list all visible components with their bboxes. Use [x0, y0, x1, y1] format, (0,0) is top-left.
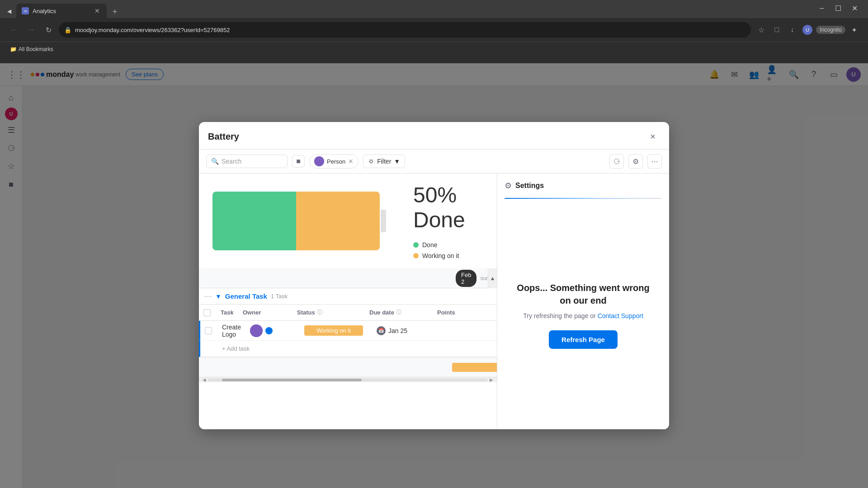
owner-cell — [246, 324, 301, 337]
task-column-label: Task — [221, 309, 234, 316]
profile-button[interactable]: U — [801, 23, 814, 37]
error-title: Oops... Something went wrong on our end — [514, 282, 653, 307]
due-date-text: Jan 25 — [388, 327, 407, 334]
legend-working-dot — [413, 253, 419, 258]
grid-view-button[interactable]: ⚆ — [609, 154, 624, 169]
settings-button[interactable]: ⚙ — [628, 154, 643, 169]
search-icon: 🔍 — [211, 158, 219, 165]
person-chip-remove[interactable]: ✕ — [348, 158, 354, 165]
gantt-area-top: Feb 2 sum — [407, 270, 488, 287]
star-button[interactable]: ☆ — [755, 23, 768, 37]
bookmarks-folder[interactable]: 📁 All Bookmarks — [7, 45, 56, 53]
owner-avatar — [250, 324, 263, 337]
layout-toggle-button[interactable]: ■ — [292, 155, 305, 168]
status-cell[interactable]: Working on it — [301, 325, 373, 336]
select-all-checkbox[interactable] — [199, 309, 215, 316]
horizontal-scrollbar[interactable]: ◀ ▶ — [199, 377, 497, 382]
bookmarks-label: All Bookmarks — [19, 46, 53, 52]
lock-icon: 🔒 — [64, 27, 71, 33]
contact-support-link[interactable]: Contact Support — [598, 312, 643, 319]
points-column-header: Points — [434, 309, 488, 316]
screen-cast-button[interactable]: □ — [770, 23, 783, 37]
search-box[interactable]: 🔍 — [206, 155, 288, 168]
minimize-button[interactable]: – — [816, 2, 828, 14]
person-avatar — [314, 156, 324, 166]
tab-favicon: m — [22, 7, 29, 14]
gantt-sum-label-top: sum — [480, 275, 488, 282]
gantt-orange-bar — [452, 363, 497, 372]
maximize-button[interactable]: ☐ — [832, 2, 844, 14]
dialog-header: Battery × — [199, 122, 669, 150]
table-column-headers: Task Owner Status ⓘ Due da — [199, 305, 497, 321]
add-task-label[interactable]: + Add task — [222, 345, 250, 352]
status-column-label: Status — [297, 309, 315, 316]
legend-working-item: Working on it — [413, 252, 483, 259]
error-area: Oops... Something went wrong on our end … — [505, 208, 662, 422]
legend-done-label: Done — [422, 241, 437, 249]
group-chevron-icon[interactable]: ▼ — [215, 293, 222, 300]
owner-notification-badge — [265, 327, 273, 334]
scrollbar-track[interactable] — [208, 379, 488, 381]
tab-title: Analytics — [33, 8, 90, 14]
row-checkbox[interactable] — [200, 327, 217, 334]
status-column-header: Status ⓘ — [293, 309, 366, 316]
task-column-header: Task — [215, 309, 239, 316]
extensions-button[interactable]: ✦ — [847, 23, 861, 37]
percent-done-label: 50% Done — [413, 183, 483, 232]
back-button[interactable]: ← — [7, 23, 21, 37]
tab-scroll-left[interactable]: ◀ — [4, 5, 14, 18]
address-bar[interactable]: 🔒 moodjoy.monday.com/overviews/263362?us… — [59, 22, 751, 38]
browser-tab[interactable]: m Analytics ✕ — [16, 4, 107, 18]
battery-working-segment — [296, 192, 380, 250]
dialog-close-button[interactable]: × — [646, 129, 660, 144]
dialog-overlay: Battery × 🔍 ■ Person ✕ — [0, 86, 868, 488]
task-name-cell[interactable]: Create Logo — [217, 324, 246, 338]
group-header: ⋯ ▼ General Task 1 Task — [199, 288, 497, 305]
settings-header: ⚙ Settings — [505, 181, 662, 191]
settings-title: Settings — [515, 182, 544, 190]
gantt-date-badge-top: Feb 2 — [456, 270, 476, 287]
table-row: Create Logo Working on it — [199, 321, 497, 341]
gantt-top-row: Feb 2 sum ▲ — [199, 268, 497, 288]
search-input[interactable] — [222, 158, 276, 165]
reload-button[interactable]: ↻ — [42, 23, 55, 37]
task-checkbox[interactable] — [205, 327, 212, 334]
status-badge[interactable]: Working on it — [304, 325, 363, 336]
scroll-left-arrow[interactable]: ◀ — [201, 377, 208, 382]
forward-button[interactable]: → — [24, 23, 38, 37]
tab-close-button[interactable]: ✕ — [93, 7, 101, 15]
new-tab-button[interactable]: + — [108, 5, 121, 18]
scroll-right-arrow[interactable]: ▶ — [488, 377, 495, 382]
due-date-cell[interactable]: 📅 Jan 25 — [373, 326, 441, 335]
download-button[interactable]: ↓ — [785, 23, 799, 37]
url-text: moodjoy.monday.com/overviews/263362?user… — [75, 27, 745, 33]
refresh-page-button[interactable]: Refresh Page — [549, 330, 618, 349]
dialog-body: 50% Done Done Working on it — [199, 174, 669, 429]
scroll-up-button[interactable]: ▲ — [488, 268, 497, 288]
legend-done-dot — [413, 242, 419, 248]
scrollbar-thumb[interactable] — [222, 379, 362, 381]
filter-chevron-icon: ▼ — [394, 158, 400, 165]
add-task-row[interactable]: + Add task — [199, 341, 497, 357]
checkbox-all[interactable] — [203, 309, 211, 316]
settings-panel: ⚙ Settings Oops... Something went wrong … — [497, 174, 669, 429]
battery-bar — [212, 192, 380, 250]
chart-legend: Done Working on it — [413, 241, 483, 259]
battery-dialog: Battery × 🔍 ■ Person ✕ — [199, 122, 669, 429]
person-filter-chip[interactable]: Person ✕ — [309, 154, 359, 169]
due-date-icon: 📅 — [377, 326, 386, 335]
due-date-column-label: Due date — [369, 309, 394, 316]
filter-button[interactable]: ⛭ Filter ▼ — [363, 155, 405, 168]
close-window-button[interactable]: ✕ — [848, 2, 861, 14]
group-section: ⋯ ▼ General Task 1 Task — [199, 288, 497, 357]
svg-text:m: m — [24, 9, 27, 13]
more-options-button[interactable]: ⋯ — [647, 154, 662, 169]
filter-icon: ⛭ — [368, 158, 374, 165]
owner-column-label: Owner — [243, 309, 261, 316]
battery-chart-area: 50% Done Done Working on it — [199, 174, 497, 268]
due-date-column-header: Due date ⓘ — [366, 309, 434, 316]
error-message-text: Try refreshing the page or — [523, 312, 596, 319]
battery-chart — [212, 192, 386, 250]
group-more-button[interactable]: ⋯ — [204, 292, 212, 300]
settings-gear-icon: ⚙ — [505, 181, 512, 191]
